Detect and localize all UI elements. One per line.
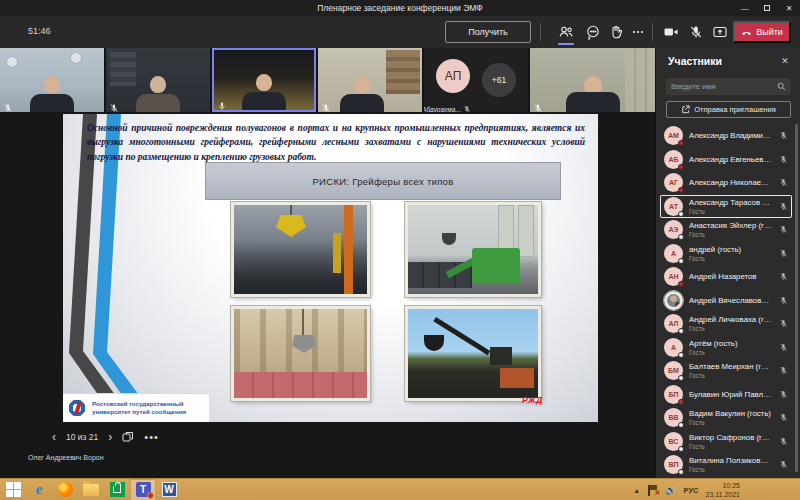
chat-icon[interactable] (585, 24, 601, 40)
participant-role: Гость (689, 443, 772, 450)
mic-muted-icon (778, 271, 789, 282)
avatar-initials: АН (668, 273, 678, 280)
participant-name: Андрей Назаретов (689, 272, 772, 281)
participant-row[interactable]: БМ Балтаев Меирхан (гость) Гость (660, 359, 792, 383)
camera-icon[interactable] (663, 24, 679, 40)
rgups-logo (67, 398, 87, 418)
participant-row[interactable]: А андрей (гость) Гость (660, 242, 792, 266)
participant-row[interactable]: Андрей Вячеславович Сида... (660, 289, 792, 313)
participant-row[interactable]: АН Андрей Назаретов (660, 265, 792, 289)
presence-dot (678, 164, 684, 170)
avatar: ВВ (664, 408, 683, 427)
video-tile-2[interactable] (106, 48, 210, 112)
mic-muted-icon[interactable] (688, 24, 704, 40)
mic-muted-icon (109, 99, 119, 109)
participant-row[interactable]: АМ Александр Владимирович М... (660, 124, 792, 148)
avatar: ВС (664, 432, 683, 451)
participant-row[interactable]: АГ Александр Николаевич Гуда (660, 171, 792, 195)
avatar-initials: АБ (668, 156, 678, 163)
file-explorer-icon[interactable] (78, 479, 104, 500)
share-screen-icon[interactable] (712, 24, 728, 40)
avatar-initials: АТ (669, 203, 678, 210)
avatar: АП (436, 59, 470, 93)
mic-muted-icon (778, 412, 789, 423)
word-icon[interactable]: W (156, 479, 182, 500)
teams-window: Пленарное заседание конференции ЭМФ — ✕ … (0, 0, 800, 500)
photo-warehouse-grab (231, 306, 370, 401)
participant-row[interactable]: БП Булавин Юрий Павлович (660, 383, 792, 407)
university-footer: Ростовский государственный университет п… (63, 393, 209, 422)
participant-row[interactable]: А Артём (гость) Гость (660, 336, 792, 360)
mic-muted-icon (778, 318, 789, 329)
close-panel-icon[interactable]: ✕ (778, 56, 792, 66)
prev-slide-icon[interactable]: ‹ (52, 431, 56, 443)
participant-row[interactable]: ВС Виктор Сафронов (гость) Гость (660, 430, 792, 454)
mic-icon (217, 97, 227, 107)
toolbar-divider (540, 23, 541, 41)
language-indicator[interactable]: РУС (683, 486, 698, 495)
avatar: АЛ (664, 314, 683, 333)
participant-row[interactable]: АЭ Анастасия Эйхлер (гость) Гость (660, 218, 792, 242)
participant-name: андрей (гость) (689, 245, 772, 254)
video-filmstrip: АП Абдурахма... +61 (0, 48, 655, 112)
next-slide-icon[interactable]: › (108, 431, 112, 443)
video-tile-3-active-speaker[interactable] (212, 48, 316, 112)
participant-row[interactable]: АБ Александр Евгеньевич Бого... (660, 148, 792, 172)
teams-taskbar-icon[interactable]: T (130, 479, 156, 500)
participant-name: Балтаев Меирхан (гость) (689, 362, 772, 371)
presence-dot (678, 469, 684, 475)
close-icon[interactable]: ✕ (778, 0, 800, 16)
scrollbar[interactable] (795, 124, 798, 472)
video-tile-4[interactable] (318, 48, 422, 112)
more-participants-count[interactable]: +61 (482, 63, 516, 97)
leave-button[interactable]: Выйти (733, 21, 791, 43)
clock[interactable]: 10:25 23.11.2021 (705, 481, 740, 500)
start-button[interactable] (0, 479, 26, 500)
overflow-avatar-tile[interactable]: АП Абдурахма... +61 (424, 48, 528, 112)
action-center-flag-icon[interactable]: ✕ (647, 485, 658, 496)
photo-grab-crane-port (231, 202, 370, 297)
participants-icon[interactable] (558, 24, 574, 40)
participant-video (135, 76, 181, 112)
participant-row[interactable]: ВВ Вадим Вакулин (гость) Гость (660, 406, 792, 430)
grid-view-icon[interactable] (122, 431, 134, 443)
minimize-icon[interactable]: — (734, 0, 756, 16)
firefox-icon[interactable] (52, 479, 78, 500)
raise-hand-icon[interactable] (608, 24, 624, 40)
participant-row[interactable]: АТ Александр Тарасов (гость) Гость (660, 195, 792, 219)
more-options-icon[interactable] (630, 24, 646, 40)
avatar-initials: АЛ (668, 320, 678, 327)
tray-expand-icon[interactable]: ▲ (633, 487, 640, 494)
participant-row[interactable]: ВП Виталина Ползикова (гость) Гость (660, 453, 792, 477)
participant-row[interactable]: АЛ Андрей Личковаха (гость) Гость (660, 312, 792, 336)
invite-icon (681, 105, 690, 114)
slide-paragraph: Основной причиной повреждения полувагоно… (87, 121, 585, 164)
participant-name: Александр Тарасов (гость) (689, 198, 772, 207)
store-icon[interactable] (104, 479, 130, 500)
participant-name: Андрей Вячеславович Сида... (689, 296, 772, 305)
mic-muted-icon (778, 248, 789, 259)
search-input[interactable] (666, 82, 777, 91)
video-tile-1[interactable] (0, 48, 104, 112)
pager-more-icon[interactable]: ••• (144, 431, 159, 443)
presence-dot (678, 281, 684, 287)
video-tile-5[interactable] (530, 48, 655, 112)
participants-panel: Участники ✕ Отправка приглашения АМ Алек… (655, 48, 800, 478)
participant-role: Гость (689, 255, 772, 262)
participant-name: Анастасия Эйхлер (гость) (689, 221, 772, 230)
participant-name: Виталина Ползикова (гость) (689, 456, 772, 465)
maximize-icon[interactable] (756, 0, 778, 16)
presence-dot (675, 302, 681, 308)
avatar: АН (664, 267, 683, 286)
internet-explorer-icon[interactable]: e (26, 479, 52, 500)
get-control-button[interactable]: Получить управление (445, 21, 531, 43)
presence-dot (678, 187, 684, 193)
avatar-initials: БП (668, 391, 678, 398)
avatar-initials: ВС (669, 438, 679, 445)
send-invite-button[interactable]: Отправка приглашения (666, 101, 791, 118)
presentation-slide[interactable]: Основной причиной повреждения полувагоно… (63, 114, 598, 422)
volume-icon[interactable]: 🔊 (665, 485, 676, 495)
date: 23.11.2021 (705, 491, 740, 498)
shared-content-stage: Основной причиной повреждения полувагоно… (0, 112, 655, 478)
avatar: АГ (664, 173, 683, 192)
